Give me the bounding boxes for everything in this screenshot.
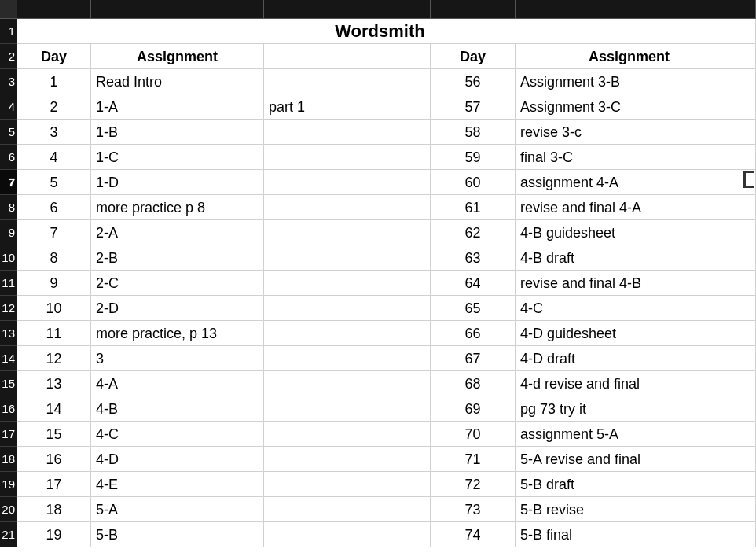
row-number[interactable]: 16 xyxy=(0,396,17,422)
cell[interactable] xyxy=(743,145,756,170)
row-number[interactable]: 9 xyxy=(0,220,17,245)
cell-day-right[interactable]: 56 xyxy=(431,69,516,94)
cell-assignment-right[interactable]: assignment 4-A xyxy=(516,170,743,195)
row-number[interactable]: 2 xyxy=(0,44,17,69)
cell-note[interactable] xyxy=(264,371,431,396)
cell-assignment-left[interactable]: Read Intro xyxy=(91,69,264,94)
row-number[interactable]: 18 xyxy=(0,447,17,472)
cell-note[interactable] xyxy=(264,447,431,472)
cell-assignment-left[interactable]: 5-A xyxy=(91,497,264,522)
cell[interactable] xyxy=(743,245,756,271)
cell-day-right[interactable]: 70 xyxy=(431,422,516,447)
cell-assignment-left[interactable]: 4-C xyxy=(91,422,264,447)
cell-day-left[interactable]: 5 xyxy=(17,170,91,195)
cell-day-right[interactable]: 58 xyxy=(431,120,516,145)
cell[interactable] xyxy=(743,522,756,547)
cell-assignment-right[interactable]: 4-d revise and final xyxy=(516,371,743,396)
cell-assignment-left[interactable]: 2-D xyxy=(91,296,264,321)
cell-note[interactable] xyxy=(264,296,431,321)
cell[interactable] xyxy=(743,497,756,522)
cell[interactable] xyxy=(743,44,756,69)
cell-note[interactable] xyxy=(264,497,431,522)
cell-day-right[interactable]: 57 xyxy=(431,94,516,120)
header-day-right[interactable]: Day xyxy=(431,44,516,69)
cell-assignment-right[interactable]: final 3-C xyxy=(516,145,743,170)
cell-assignment-left[interactable]: 3 xyxy=(91,346,264,371)
cell-day-left[interactable]: 7 xyxy=(17,220,91,245)
cell-note[interactable] xyxy=(264,472,431,497)
row-number[interactable]: 19 xyxy=(0,472,17,497)
cell-assignment-left[interactable]: 1-B xyxy=(91,120,264,145)
cell-assignment-left[interactable]: more practice, p 13 xyxy=(91,321,264,346)
cell-assignment-left[interactable]: 1-C xyxy=(91,145,264,170)
cell-note[interactable] xyxy=(264,422,431,447)
cell-assignment-right[interactable]: 4-D guidesheet xyxy=(516,321,743,346)
cell-day-left[interactable]: 11 xyxy=(17,321,91,346)
col-header-e[interactable] xyxy=(516,0,743,19)
cell-assignment-right[interactable]: Assignment 3-B xyxy=(516,69,743,94)
cell-day-left[interactable]: 8 xyxy=(17,245,91,271)
cell-assignment-left[interactable]: 5-B xyxy=(91,522,264,547)
row-number[interactable]: 8 xyxy=(0,195,17,220)
cell[interactable] xyxy=(743,371,756,396)
cell-note[interactable] xyxy=(264,522,431,547)
cell-day-right[interactable]: 74 xyxy=(431,522,516,547)
cell-day-left[interactable]: 13 xyxy=(17,371,91,396)
row-number[interactable]: 4 xyxy=(0,94,17,120)
cell-day-left[interactable]: 14 xyxy=(17,396,91,422)
cell-day-left[interactable]: 6 xyxy=(17,195,91,220)
cell[interactable] xyxy=(743,271,756,296)
cell[interactable] xyxy=(743,120,756,145)
cell-note[interactable] xyxy=(264,145,431,170)
row-number[interactable]: 1 xyxy=(0,19,17,44)
cell-blank[interactable] xyxy=(264,44,431,69)
cell-day-left[interactable]: 19 xyxy=(17,522,91,547)
cell-day-left[interactable]: 18 xyxy=(17,497,91,522)
col-header-f[interactable] xyxy=(743,0,756,19)
cell[interactable] xyxy=(743,422,756,447)
cell-day-left[interactable]: 1 xyxy=(17,69,91,94)
select-all-corner[interactable] xyxy=(0,0,17,19)
cell-day-left[interactable]: 15 xyxy=(17,422,91,447)
row-number[interactable]: 20 xyxy=(0,497,17,522)
cell[interactable] xyxy=(743,296,756,321)
cell[interactable] xyxy=(743,195,756,220)
cell[interactable] xyxy=(743,472,756,497)
cell-assignment-right[interactable]: assignment 5-A xyxy=(516,422,743,447)
cell-assignment-left[interactable]: 2-B xyxy=(91,245,264,271)
cell-day-left[interactable]: 17 xyxy=(17,472,91,497)
cell-day-left[interactable]: 10 xyxy=(17,296,91,321)
cell-assignment-right[interactable]: revise and final 4-B xyxy=(516,271,743,296)
cell-day-right[interactable]: 71 xyxy=(431,447,516,472)
cell-assignment-left[interactable]: 2-A xyxy=(91,220,264,245)
cell-day-right[interactable]: 69 xyxy=(431,396,516,422)
header-assignment-left[interactable]: Assignment xyxy=(91,44,264,69)
row-number[interactable]: 6 xyxy=(0,145,17,170)
cell[interactable] xyxy=(743,346,756,371)
cell-note[interactable] xyxy=(264,271,431,296)
cell-day-right[interactable]: 61 xyxy=(431,195,516,220)
cell-day-right[interactable]: 65 xyxy=(431,296,516,321)
row-number[interactable]: 11 xyxy=(0,271,17,296)
cell-day-right[interactable]: 62 xyxy=(431,220,516,245)
cell-day-right[interactable]: 59 xyxy=(431,145,516,170)
row-number[interactable]: 7 xyxy=(0,170,17,195)
cell-note[interactable] xyxy=(264,396,431,422)
cell-note[interactable] xyxy=(264,321,431,346)
cell-day-right[interactable]: 64 xyxy=(431,271,516,296)
cell[interactable] xyxy=(743,220,756,245)
cell-day-left[interactable]: 4 xyxy=(17,145,91,170)
cell-assignment-left[interactable]: 4-E xyxy=(91,472,264,497)
cell-day-left[interactable]: 3 xyxy=(17,120,91,145)
cell-day-left[interactable]: 16 xyxy=(17,447,91,472)
col-header-c[interactable] xyxy=(264,0,431,19)
cell-assignment-left[interactable]: more practice p 8 xyxy=(91,195,264,220)
row-number[interactable]: 12 xyxy=(0,296,17,321)
row-number[interactable]: 17 xyxy=(0,422,17,447)
row-number[interactable]: 3 xyxy=(0,69,17,94)
cell-assignment-right[interactable]: 4-B guidesheet xyxy=(516,220,743,245)
cell-assignment-right[interactable]: 4-D draft xyxy=(516,346,743,371)
cell-assignment-left[interactable]: 4-B xyxy=(91,396,264,422)
cell[interactable] xyxy=(743,321,756,346)
cell-note[interactable] xyxy=(264,170,431,195)
